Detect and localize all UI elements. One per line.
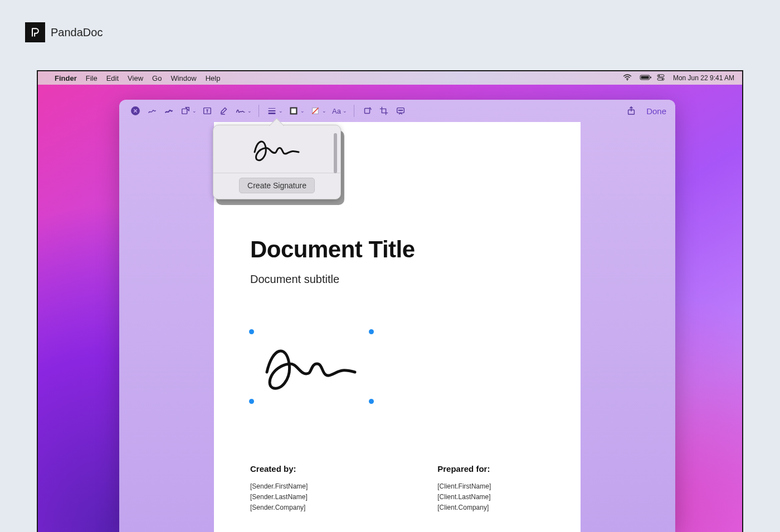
svg-point-0 <box>627 79 628 80</box>
created-by-label: Created by: <box>250 464 365 474</box>
popover-scrollbar[interactable] <box>334 133 337 173</box>
resize-handle-icon[interactable] <box>249 399 254 404</box>
markup-toolbar: ⌄ ⌄ ⌄ ⌄ ⌄ Aa⌄ Done <box>119 100 675 122</box>
screenshot-frame: Finder File Edit View Go Window Help Mon… <box>37 70 743 532</box>
menu-finder[interactable]: Finder <box>55 74 77 82</box>
close-markup-button[interactable] <box>128 104 143 118</box>
signature-popover: Create Signature <box>213 125 341 199</box>
menu-help[interactable]: Help <box>206 74 221 82</box>
prepared-for-block: Prepared for: [Client.FirstName] [Client… <box>437 464 544 514</box>
resize-handle-icon[interactable] <box>369 329 374 334</box>
text-style-tool[interactable]: Aa⌄ <box>330 104 348 118</box>
svg-point-7 <box>662 78 663 79</box>
brand-logo-icon <box>25 22 45 42</box>
svg-rect-3 <box>650 76 651 78</box>
description-tool-icon[interactable] <box>393 104 408 118</box>
svg-rect-9 <box>182 109 187 114</box>
menu-edit[interactable]: Edit <box>106 74 119 82</box>
svg-rect-12 <box>291 108 297 114</box>
prepared-for-company: [Client.Company] <box>437 502 544 513</box>
menubar-datetime[interactable]: Mon Jun 22 9:41 AM <box>673 74 734 82</box>
control-center-icon[interactable] <box>656 74 665 83</box>
crop-tool-icon[interactable] <box>377 104 391 118</box>
svg-point-18 <box>400 110 401 110</box>
prepared-for-label: Prepared for: <box>437 464 544 474</box>
share-button-icon[interactable] <box>624 104 638 118</box>
svg-rect-2 <box>641 76 649 79</box>
signature-glyph-icon <box>256 333 367 400</box>
signature-thumbnail-icon <box>246 133 308 166</box>
menu-window[interactable]: Window <box>170 74 196 82</box>
created-by-block: Created by: [Sender.FirstName] [Sender.L… <box>250 464 365 514</box>
sketch-tool-icon[interactable] <box>145 104 159 118</box>
brand-header: PandaDoc <box>25 22 103 42</box>
menu-file[interactable]: File <box>86 74 98 82</box>
prepared-for-name: [Client.FirstName] [Client.LastName] <box>437 481 544 502</box>
highlight-tool-icon[interactable] <box>217 104 231 118</box>
svg-point-17 <box>398 110 399 110</box>
resize-handle-icon[interactable] <box>369 399 374 404</box>
toolbar-separator <box>354 105 354 117</box>
macos-menubar: Finder File Edit View Go Window Help Mon… <box>38 71 742 85</box>
fill-color-tool-icon[interactable]: ⌄ <box>308 104 328 118</box>
resize-handle-icon[interactable] <box>249 329 254 334</box>
menu-go[interactable]: Go <box>152 74 162 82</box>
battery-icon[interactable] <box>640 74 649 82</box>
svg-point-5 <box>659 75 660 76</box>
shapes-tool-icon[interactable]: ⌄ <box>178 104 198 118</box>
done-button[interactable]: Done <box>646 106 666 116</box>
text-box-tool-icon[interactable] <box>200 104 214 118</box>
brand-name: PandaDoc <box>51 26 103 39</box>
wifi-icon[interactable] <box>623 74 632 82</box>
create-signature-button[interactable]: Create Signature <box>239 178 315 193</box>
menu-view[interactable]: View <box>128 74 143 82</box>
document-title: Document Title <box>250 236 544 263</box>
toolbar-separator <box>259 105 259 117</box>
line-style-tool-icon[interactable]: ⌄ <box>265 104 284 118</box>
rotate-tool-icon[interactable] <box>360 104 374 118</box>
saved-signature-item[interactable] <box>213 125 340 173</box>
document-subtitle: Document subtitle <box>250 273 544 286</box>
draw-tool-icon[interactable] <box>162 104 176 118</box>
svg-point-19 <box>402 110 402 110</box>
svg-rect-15 <box>364 109 369 114</box>
border-color-tool-icon[interactable]: ⌄ <box>286 104 306 118</box>
created-by-company: [Sender.Company] <box>250 502 365 513</box>
signature-selection[interactable] <box>250 330 373 403</box>
desktop-wallpaper: ⌄ ⌄ ⌄ ⌄ ⌄ Aa⌄ Done <box>38 85 742 532</box>
sign-tool-icon[interactable]: ⌄ <box>233 104 253 118</box>
preview-window: ⌄ ⌄ ⌄ ⌄ ⌄ Aa⌄ Done <box>119 100 675 532</box>
created-by-name: [Sender.FirstName] [Sender.LastName] <box>250 481 365 502</box>
